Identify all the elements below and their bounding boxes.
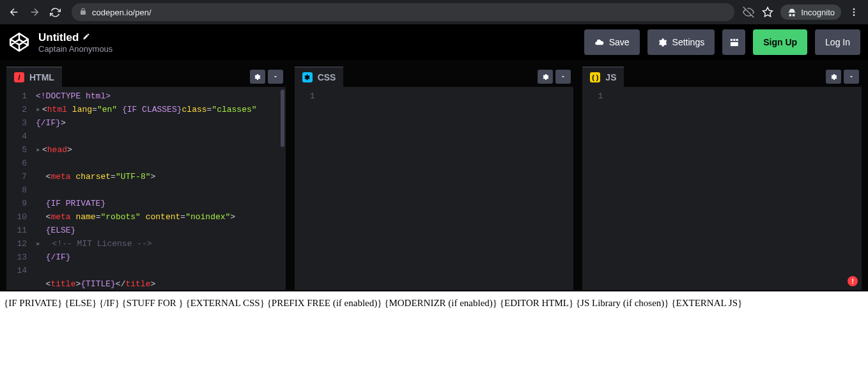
codepen-header: Untitled Captain Anonymous Save Settings… <box>0 24 868 60</box>
svg-marker-0 <box>763 8 773 17</box>
save-label: Save <box>609 37 630 47</box>
css-tab[interactable]: ✱ CSS <box>295 66 344 87</box>
back-button[interactable] <box>5 3 23 21</box>
lock-icon <box>79 8 87 17</box>
css-gutter: 1 <box>295 87 320 290</box>
pen-title[interactable]: Untitled <box>38 31 79 44</box>
css-code[interactable] <box>320 87 574 290</box>
css-tab-label: CSS <box>318 72 336 82</box>
pencil-icon[interactable] <box>82 33 90 42</box>
js-icon: ( ) <box>590 72 600 82</box>
svg-point-2 <box>853 12 855 13</box>
html-editor-pane: / HTML 1 2 3 4 5 6 7 <box>6 66 286 290</box>
login-button[interactable]: Log In <box>815 29 860 55</box>
html-code-editor[interactable]: 1 2 3 4 5 6 7 8 9 10 11 12 13 14 <!DOCTY… <box>6 87 286 290</box>
browser-menu-icon[interactable] <box>848 6 860 19</box>
js-tab-row: ( ) JS <box>582 66 862 87</box>
js-settings-icon[interactable] <box>826 70 841 84</box>
html-code[interactable]: <!DOCTYPE html> ▸<html lang="en" {IF CLA… <box>32 87 286 290</box>
js-tab[interactable]: ( ) JS <box>582 66 624 87</box>
incognito-badge: Incognito <box>780 4 841 20</box>
signup-button[interactable]: Sign Up <box>753 29 807 55</box>
signup-label: Sign Up <box>763 37 797 47</box>
svg-rect-4 <box>731 38 732 40</box>
browser-toolbar: codepen.io/pen/ Incognito <box>0 0 868 24</box>
layout-icon <box>729 38 739 47</box>
eye-off-icon[interactable] <box>742 6 755 19</box>
settings-label: Settings <box>672 37 705 47</box>
css-code-editor[interactable]: 1 <box>295 87 574 290</box>
svg-rect-5 <box>733 38 735 40</box>
html-settings-icon[interactable] <box>250 70 265 84</box>
error-badge-icon[interactable]: ! <box>848 276 858 286</box>
svg-point-1 <box>853 8 855 10</box>
js-gutter: 1 <box>582 87 608 290</box>
editors-row: / HTML 1 2 3 4 5 6 7 <box>0 60 868 290</box>
html-dropdown-icon[interactable] <box>268 70 283 84</box>
css-editor-pane: ✱ CSS 1 <box>295 66 574 290</box>
forward-button[interactable] <box>26 3 43 21</box>
svg-rect-6 <box>736 38 738 40</box>
gear-icon <box>658 38 667 47</box>
svg-point-3 <box>853 14 855 16</box>
output-text: {IF PRIVATE} {ELSE} {/IF} {STUFF FOR } {… <box>4 298 742 308</box>
js-editor-pane: ( ) JS 1 <box>582 66 862 290</box>
html-gutter: 1 2 3 4 5 6 7 8 9 10 11 12 13 14 <box>6 87 32 290</box>
pen-author[interactable]: Captain Anonymous <box>38 44 577 54</box>
js-tab-label: JS <box>605 72 616 82</box>
settings-button[interactable]: Settings <box>647 29 715 55</box>
css-tab-row: ✱ CSS <box>295 66 574 87</box>
url-text: codepen.io/pen/ <box>92 8 151 17</box>
js-code-editor[interactable]: 1 <box>582 87 862 290</box>
reload-button[interactable] <box>46 3 64 21</box>
html-icon: / <box>14 72 24 82</box>
star-icon[interactable] <box>761 6 774 19</box>
output-preview[interactable]: {IF PRIVATE} {ELSE} {/IF} {STUFF FOR } {… <box>0 291 868 315</box>
svg-rect-7 <box>731 42 738 45</box>
html-tab-row: / HTML <box>6 66 286 87</box>
scrollbar-thumb[interactable] <box>281 89 284 147</box>
save-button[interactable]: Save <box>584 29 640 55</box>
js-code[interactable] <box>608 87 862 290</box>
cloud-icon <box>594 38 604 47</box>
codepen-logo[interactable] <box>8 31 31 54</box>
layout-button[interactable] <box>722 29 745 55</box>
css-icon: ✱ <box>302 72 313 82</box>
url-bar[interactable]: codepen.io/pen/ <box>72 3 734 21</box>
html-tab-label: HTML <box>29 72 54 82</box>
incognito-label: Incognito <box>801 8 835 17</box>
login-label: Log In <box>825 37 850 47</box>
css-settings-icon[interactable] <box>538 70 553 84</box>
html-tab[interactable]: / HTML <box>6 66 62 87</box>
js-dropdown-icon[interactable] <box>844 70 859 84</box>
css-dropdown-icon[interactable] <box>555 70 571 84</box>
